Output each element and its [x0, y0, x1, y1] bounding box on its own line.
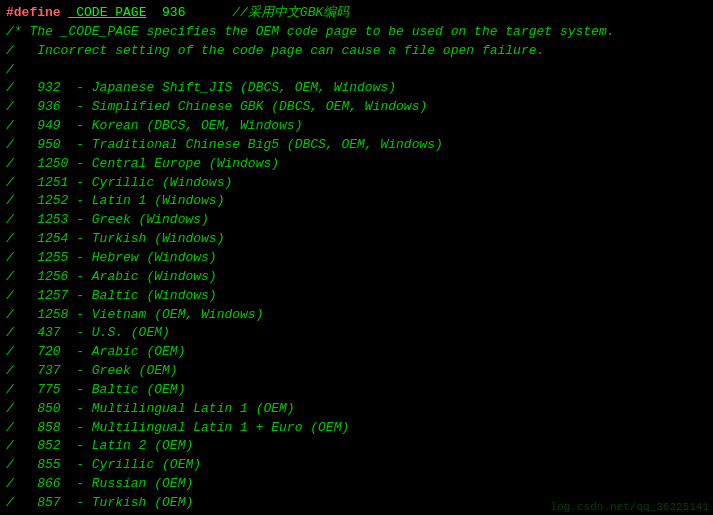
code-text: / 437 - U.S. (OEM) — [6, 324, 170, 343]
define-keyword: #define — [6, 4, 68, 23]
code-line: / 936 - Simplified Chinese GBK (DBCS, OE… — [6, 98, 707, 117]
code-text: / Incorrect setting of the code page can… — [6, 42, 544, 61]
code-line: / 855 - Cyrillic (OEM) — [6, 456, 707, 475]
code-text: / 720 - Arabic (OEM) — [6, 343, 185, 362]
code-text: / 1253 - Greek (Windows) — [6, 211, 209, 230]
code-text: / 852 - Latin 2 (OEM) — [6, 437, 193, 456]
code-editor: #define _CODE_PAGE 936 //采用中文GBK编码 /* Th… — [0, 0, 713, 515]
code-text: / 857 - Turkish (OEM) — [6, 494, 193, 513]
code-line: / 950 - Traditional Chinese Big5 (DBCS, … — [6, 136, 707, 155]
code-line: / 737 - Greek (OEM) — [6, 362, 707, 381]
code-text: / 850 - Multilingual Latin 1 (OEM) — [6, 400, 295, 419]
code-line: / 852 - Latin 2 (OEM) — [6, 437, 707, 456]
code-line: / 1253 - Greek (Windows) — [6, 211, 707, 230]
code-line: / 1254 - Turkish (Windows) — [6, 230, 707, 249]
code-line: / 1257 - Baltic (Windows) — [6, 287, 707, 306]
code-line: / 1256 - Arabic (Windows) — [6, 268, 707, 287]
code-line: / 850 - Multilingual Latin 1 (OEM) — [6, 400, 707, 419]
code-text: / 1250 - Central Europe (Windows) — [6, 155, 279, 174]
code-text: / 1251 - Cyrillic (Windows) — [6, 174, 232, 193]
code-line: / 1252 - Latin 1 (Windows) — [6, 192, 707, 211]
code-line: / 949 - Korean (DBCS, OEM, Windows) — [6, 117, 707, 136]
code-line: / Incorrect setting of the code page can… — [6, 42, 707, 61]
code-text: / — [6, 61, 14, 80]
code-line: / — [6, 61, 707, 80]
code-text: / 950 - Traditional Chinese Big5 (DBCS, … — [6, 136, 443, 155]
code-text: / 1252 - Latin 1 (Windows) — [6, 192, 224, 211]
watermark: log.csdn.net/qq_36225141 — [551, 501, 709, 513]
code-text: / 775 - Baltic (OEM) — [6, 381, 185, 400]
code-text: / 1255 - Hebrew (Windows) — [6, 249, 217, 268]
code-text: / 1254 - Turkish (Windows) — [6, 230, 224, 249]
code-text: / 949 - Korean (DBCS, OEM, Windows) — [6, 117, 302, 136]
code-line: / 1251 - Cyrillic (Windows) — [6, 174, 707, 193]
code-text: / 858 - Multilingual Latin 1 + Euro (OEM… — [6, 419, 349, 438]
code-line: / 932 - Japanese Shift_JIS (DBCS, OEM, W… — [6, 79, 707, 98]
code-line: / 1258 - Vietnam (OEM, Windows) — [6, 306, 707, 325]
code-line: / 858 - Multilingual Latin 1 + Euro (OEM… — [6, 419, 707, 438]
code-text: / 932 - Japanese Shift_JIS (DBCS, OEM, W… — [6, 79, 396, 98]
define-value: 936 — [146, 4, 232, 23]
code-text: / 737 - Greek (OEM) — [6, 362, 178, 381]
code-line: / 1250 - Central Europe (Windows) — [6, 155, 707, 174]
code-text: / 1256 - Arabic (Windows) — [6, 268, 217, 287]
code-text: / 855 - Cyrillic (OEM) — [6, 456, 201, 475]
define-name: _CODE_PAGE — [68, 4, 146, 23]
code-text: /* The _CODE_PAGE specifies the OEM code… — [6, 23, 615, 42]
code-line: / 775 - Baltic (OEM) — [6, 381, 707, 400]
code-text: / 1258 - Vietnam (OEM, Windows) — [6, 306, 263, 325]
code-line: /* The _CODE_PAGE specifies the OEM code… — [6, 23, 707, 42]
code-line: / 866 - Russian (OEM) — [6, 475, 707, 494]
code-line: / 720 - Arabic (OEM) — [6, 343, 707, 362]
line-define: #define _CODE_PAGE 936 //采用中文GBK编码 — [6, 4, 707, 23]
define-comment: //采用中文GBK编码 — [232, 4, 349, 23]
code-text: / 1257 - Baltic (Windows) — [6, 287, 217, 306]
code-text: / 936 - Simplified Chinese GBK (DBCS, OE… — [6, 98, 427, 117]
code-line: / 1255 - Hebrew (Windows) — [6, 249, 707, 268]
code-line: / 437 - U.S. (OEM) — [6, 324, 707, 343]
code-text: / 866 - Russian (OEM) — [6, 475, 193, 494]
